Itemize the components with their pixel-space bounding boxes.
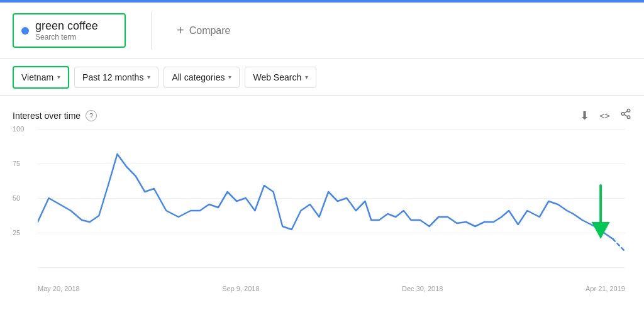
grid-line-0 xyxy=(38,267,625,268)
svg-marker-6 xyxy=(591,222,609,239)
search-term-text: green coffee Search term xyxy=(35,19,98,42)
svg-line-4 xyxy=(624,111,627,113)
blue-dot-indicator xyxy=(21,27,29,35)
category-chevron-icon: ▾ xyxy=(228,74,231,80)
location-filter-button[interactable]: Vietnam ▾ xyxy=(13,66,69,89)
svg-point-2 xyxy=(627,116,630,119)
y-label-50: 50 xyxy=(13,194,20,202)
chart-container: 100 75 50 25 May 20, 2018 xyxy=(13,129,631,311)
chart-section: Interest over time ? ⬇ <> 100 75 50 25 xyxy=(0,96,644,328)
y-axis: 100 75 50 25 xyxy=(13,129,36,267)
embed-icon[interactable]: <> xyxy=(599,111,610,121)
header-divider xyxy=(151,12,152,50)
time-chevron-icon: ▾ xyxy=(147,74,150,80)
share-icon[interactable] xyxy=(620,108,631,123)
chart-line-dotted xyxy=(613,239,625,252)
x-label-apr2019: Apr 21, 2019 xyxy=(586,285,625,292)
y-label-25: 25 xyxy=(13,229,20,236)
chart-title-group: Interest over time ? xyxy=(13,110,97,121)
search-term-main: green coffee xyxy=(35,19,98,33)
svg-point-0 xyxy=(627,109,630,113)
search-term-box: green coffee Search term xyxy=(13,13,126,48)
y-label-75: 75 xyxy=(13,160,20,167)
header: green coffee Search term + Compare xyxy=(0,3,644,59)
green-arrow xyxy=(591,185,609,239)
compare-plus-icon: + xyxy=(177,23,184,38)
x-label-dec2018: Dec 30, 2018 xyxy=(402,285,443,292)
chart-title: Interest over time xyxy=(13,111,80,121)
x-label-sep2018: Sep 9, 2018 xyxy=(222,285,259,292)
chart-actions: ⬇ <> xyxy=(580,108,631,123)
help-icon[interactable]: ? xyxy=(86,110,97,121)
svg-line-3 xyxy=(624,114,627,116)
location-filter-label: Vietnam xyxy=(21,72,53,82)
time-filter-label: Past 12 months xyxy=(82,72,143,82)
filters-bar: Vietnam ▾ Past 12 months ▾ All categorie… xyxy=(0,59,644,96)
location-chevron-icon: ▾ xyxy=(57,74,60,80)
search-type-chevron-icon: ▾ xyxy=(305,74,308,80)
chart-line-solid xyxy=(38,154,613,239)
compare-label: Compare xyxy=(189,25,231,36)
category-filter-button[interactable]: All categories ▾ xyxy=(164,67,240,88)
search-type-filter-button[interactable]: Web Search ▾ xyxy=(245,67,316,88)
svg-point-1 xyxy=(621,113,625,116)
compare-button[interactable]: + Compare xyxy=(177,23,231,38)
chart-svg xyxy=(38,129,625,267)
search-type-filter-label: Web Search xyxy=(253,72,301,82)
category-filter-label: All categories xyxy=(172,72,225,82)
search-term-sublabel: Search term xyxy=(35,33,98,42)
x-axis: May 20, 2018 Sep 9, 2018 Dec 30, 2018 Ap… xyxy=(38,285,625,292)
x-label-may2018: May 20, 2018 xyxy=(38,285,80,292)
chart-header: Interest over time ? ⬇ <> xyxy=(13,108,631,123)
y-label-100: 100 xyxy=(13,125,24,133)
time-filter-button[interactable]: Past 12 months ▾ xyxy=(74,67,158,88)
download-icon[interactable]: ⬇ xyxy=(580,109,589,123)
